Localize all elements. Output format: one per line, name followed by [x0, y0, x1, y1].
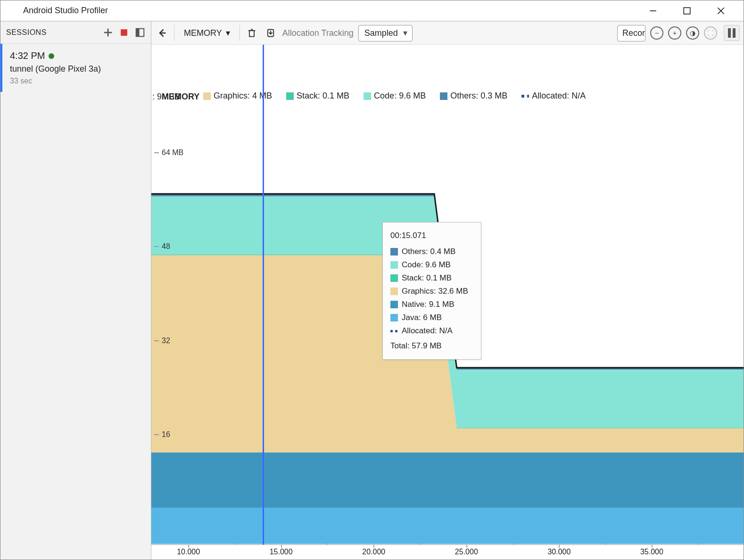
sidebar-layout-icon[interactable] — [135, 27, 145, 38]
back-button[interactable] — [155, 26, 169, 40]
minimize-button[interactable] — [644, 4, 662, 18]
zoom-in-button[interactable]: + — [668, 26, 681, 40]
pause-button[interactable] — [724, 25, 740, 41]
tracking-mode-select[interactable]: Sampled — [358, 25, 413, 41]
svg-rect-6 — [121, 29, 127, 36]
tracking-label: Allocation Tracking — [282, 28, 354, 38]
y-axis-tick: 48 — [154, 242, 170, 251]
recording-indicator-icon — [49, 53, 54, 59]
tooltip-total: Total: 57.9 MB — [390, 339, 473, 353]
memory-chart[interactable]: : 9MBB MEMORY Graphics: 4 MBStack: 0.1 M… — [151, 45, 744, 560]
app-window: Android Studio Profiler SESSIONS 4:32 PM… — [0, 0, 744, 560]
tooltip-row: Native: 9.1 MB — [390, 298, 473, 311]
x-axis-tick: 30.000 — [547, 548, 570, 556]
tooltip-row: Stack: 0.1 MB — [390, 272, 473, 285]
heap-dump-button[interactable] — [264, 26, 278, 40]
tooltip-row: Others: 0.4 MB — [390, 245, 473, 258]
maximize-button[interactable] — [678, 4, 696, 18]
y-axis-tick: 16 — [154, 430, 170, 439]
main-panel: MEMORY▾ Allocation Tracking Sampled Reco… — [151, 21, 744, 560]
y-axis-tick: 64 MB — [154, 148, 183, 157]
x-axis-tick: 35.000 — [640, 548, 663, 556]
tooltip-row: Code: 9.6 MB — [390, 258, 473, 272]
svg-rect-14 — [728, 28, 731, 38]
y-axis-tick: 32 — [154, 337, 170, 345]
svg-rect-10 — [249, 31, 254, 37]
sidebar-header: SESSIONS — [0, 21, 151, 44]
profiler-toolbar: MEMORY▾ Allocation Tracking Sampled Reco… — [151, 21, 744, 45]
titlebar[interactable]: Android Studio Profiler — [0, 0, 744, 21]
gc-button[interactable] — [245, 26, 259, 40]
chart-tooltip: 00:15.071 Others: 0.4 MBCode: 9.6 MBStac… — [382, 222, 481, 360]
profiler-type-dropdown[interactable]: MEMORY▾ — [179, 26, 235, 40]
chevron-down-icon: ▾ — [226, 28, 230, 38]
svg-rect-1 — [684, 8, 690, 14]
svg-rect-8 — [136, 29, 140, 37]
tooltip-time: 00:15.071 — [390, 229, 473, 242]
sidebar-header-label: SESSIONS — [6, 28, 47, 37]
sessions-sidebar: SESSIONS 4:32 PM tunnel (Google Pixel 3a… — [0, 21, 151, 560]
x-axis-tick: 25.000 — [455, 548, 478, 556]
add-session-icon[interactable] — [103, 27, 113, 38]
stop-session-icon[interactable] — [119, 27, 129, 38]
x-axis: 10.00015.00020.00025.00030.00035.000 — [151, 544, 744, 560]
x-axis-tick: 10.000 — [177, 548, 200, 556]
session-device: tunnel (Google Pixel 3a) — [10, 64, 143, 74]
x-axis-tick: 20.000 — [362, 548, 385, 556]
tooltip-row: Graphics: 32.6 MB — [390, 285, 473, 298]
window-title: Android Studio Profiler — [23, 6, 108, 16]
zoom-reset-button[interactable]: ◑ — [686, 26, 699, 40]
session-duration: 33 sec — [10, 77, 143, 85]
tooltip-row: Java: 6 MB — [390, 311, 473, 324]
zoom-out-button[interactable]: − — [650, 26, 663, 40]
session-time: 4:32 PM — [10, 50, 143, 61]
x-axis-tick: 15.000 — [270, 548, 293, 556]
record-button[interactable]: Record — [617, 25, 645, 41]
close-button[interactable] — [711, 4, 730, 18]
zoom-controls: − + ◑ ⛶ — [650, 26, 717, 40]
zoom-fit-button[interactable]: ⛶ — [704, 26, 717, 40]
session-entry[interactable]: 4:32 PM tunnel (Google Pixel 3a) 33 sec — [0, 44, 151, 92]
svg-rect-15 — [733, 28, 736, 38]
playhead[interactable] — [263, 45, 264, 544]
tooltip-row: Allocated: N/A — [390, 324, 473, 338]
